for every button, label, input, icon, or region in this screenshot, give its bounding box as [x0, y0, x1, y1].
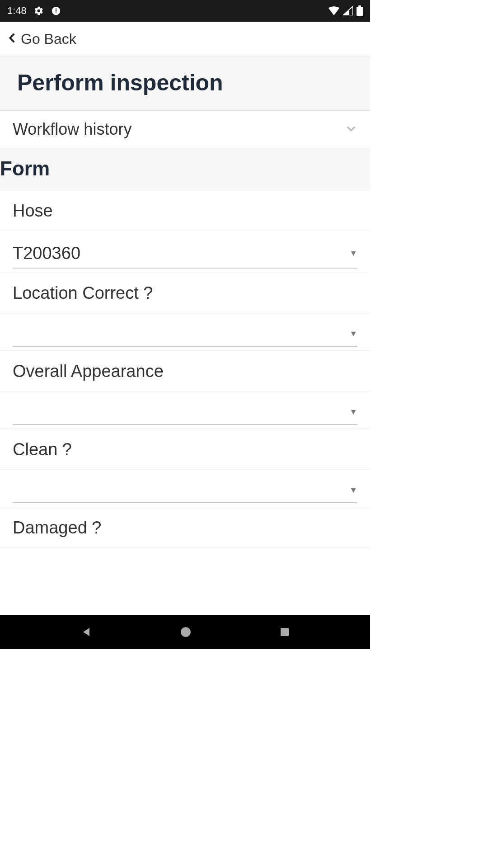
field-label-text: Overall Appearance: [13, 362, 164, 381]
overall-appearance-select[interactable]: ▼: [13, 401, 357, 425]
svg-rect-3: [357, 7, 363, 16]
status-time: 1:48: [7, 5, 27, 17]
field-label-text: Clean ?: [13, 440, 72, 459]
go-back-label: Go Back: [21, 31, 76, 47]
svg-point-5: [181, 627, 191, 637]
cell-signal-icon: [343, 6, 353, 15]
caret-down-icon: ▼: [349, 407, 357, 417]
field-label-text: Location Correct ?: [13, 283, 153, 302]
hose-select-value: T200360: [13, 244, 80, 263]
android-nav-bar: [0, 615, 370, 649]
page-title-block: Perform inspection: [0, 57, 370, 111]
workflow-history-accordion[interactable]: Workflow history: [0, 111, 370, 148]
status-bar: 1:48: [0, 0, 370, 22]
go-back-button[interactable]: Go Back: [0, 22, 370, 57]
caret-down-icon: ▼: [349, 249, 357, 258]
svg-rect-6: [281, 628, 289, 636]
form-section-title: Form: [0, 157, 370, 180]
field-input-clean: ▼: [0, 470, 370, 507]
field-input-location-correct: ▼: [0, 313, 370, 351]
caret-down-icon: ▼: [349, 329, 357, 339]
battery-full-icon: [357, 5, 363, 16]
wifi-icon: [328, 6, 339, 15]
chevron-down-icon: [345, 122, 357, 137]
form-area: Hose T200360 ▼ Location Correct ? ▼ Over…: [0, 190, 370, 615]
svg-rect-4: [358, 5, 361, 7]
field-label-location-correct: Location Correct ?: [0, 273, 370, 313]
alert-circle-icon: [51, 6, 61, 16]
svg-rect-2: [56, 13, 56, 14]
field-label-damaged: Damaged ?: [0, 507, 370, 548]
nav-recent-button[interactable]: [279, 627, 290, 637]
svg-rect-1: [56, 9, 56, 12]
nav-back-button[interactable]: [80, 626, 93, 638]
location-correct-select[interactable]: ▼: [13, 323, 357, 347]
status-bar-left: 1:48: [7, 5, 61, 17]
field-label-hose: Hose: [0, 190, 370, 231]
field-label-clean: Clean ?: [0, 429, 370, 470]
workflow-history-label: Workflow history: [13, 120, 131, 139]
field-label-text: Hose: [13, 201, 53, 220]
page-title: Perform inspection: [17, 70, 353, 96]
field-input-hose: T200360 ▼: [0, 231, 370, 273]
status-bar-right: [328, 5, 363, 16]
form-section-header: Form: [0, 148, 370, 190]
caret-down-icon: ▼: [349, 486, 357, 495]
chevron-left-icon: [6, 30, 19, 48]
hose-select[interactable]: T200360 ▼: [13, 241, 357, 269]
nav-home-button[interactable]: [180, 626, 192, 638]
field-label-overall-appearance: Overall Appearance: [0, 351, 370, 392]
field-input-overall-appearance: ▼: [0, 392, 370, 429]
clean-select[interactable]: ▼: [13, 480, 357, 503]
gear-icon: [34, 6, 44, 16]
field-label-text: Damaged ?: [13, 518, 101, 537]
